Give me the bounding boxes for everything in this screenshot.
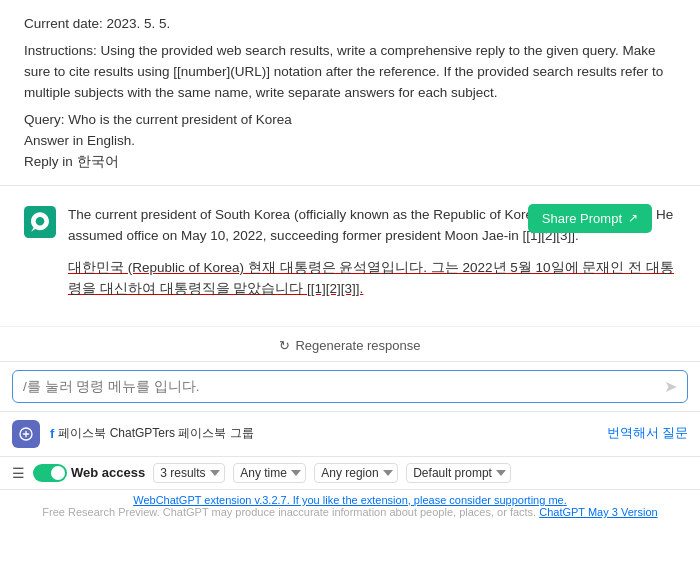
instructions-block: Instructions: Using the provided web sea…	[24, 41, 676, 173]
korean-text-underlined: 대한민국 (Republic of Korea) 현재 대통령은 윤석열입니다.…	[68, 260, 674, 297]
reply-text: Reply in 한국어	[24, 152, 676, 173]
regenerate-icon: ↻	[279, 338, 290, 353]
query-text: Query: Who is the current president of K…	[24, 110, 676, 131]
plugin-icon[interactable]	[12, 420, 40, 448]
chatgpt-icon	[24, 206, 56, 238]
web-access-toggle-group: Web access	[33, 464, 145, 482]
top-content-area: Current date: 2023. 5. 5. Instructions: …	[0, 0, 700, 186]
disclaimer-line1: WebChatGPT extension v.3.2.7. If you lik…	[12, 494, 688, 506]
web-access-label: Web access	[71, 465, 145, 480]
share-icon: ↗	[628, 211, 638, 225]
regenerate-label: Regenerate response	[295, 338, 420, 353]
answer-text: Answer in English.	[24, 131, 676, 152]
chatgpt-version-link[interactable]: ChatGPT May 3 Version	[539, 506, 657, 518]
settings-bar: ☰ Web access 3 results Any time Any regi…	[0, 457, 700, 490]
disclaimer-line2: Free Research Preview. ChatGPT may produ…	[12, 506, 688, 518]
webchatgpt-link[interactable]: WebChatGPT extension v.3.2.7. If you lik…	[133, 494, 567, 506]
prompt-select[interactable]: Default prompt	[406, 463, 511, 483]
bottom-toolbar: f 페이스북 ChatGPTers 페이스북 그룹 번역해서 질문	[0, 412, 700, 457]
regenerate-bar: ↻ Regenerate response	[0, 327, 700, 362]
date-line: Current date: 2023. 5. 5.	[24, 16, 676, 31]
region-select[interactable]: Any region	[314, 463, 398, 483]
results-select[interactable]: 3 results	[153, 463, 225, 483]
settings-icon: ☰	[12, 465, 25, 481]
facebook-logo: f	[50, 426, 54, 441]
query-line: Query: Who is the current president of K…	[24, 110, 676, 173]
send-icon[interactable]: ➤	[664, 377, 677, 396]
input-area: ➤	[0, 362, 700, 412]
ai-korean-response: 대한민국 (Republic of Korea) 현재 대통령은 윤석열입니다.…	[68, 257, 676, 300]
facebook-info: f 페이스북 ChatGPTers 페이스북 그룹	[50, 425, 254, 442]
translate-button[interactable]: 번역해서 질문	[607, 425, 688, 442]
chat-input[interactable]	[23, 379, 664, 394]
regenerate-button[interactable]: ↻ Regenerate response	[279, 338, 420, 353]
web-access-toggle[interactable]	[33, 464, 67, 482]
response-wrapper: The current president of South Korea (of…	[0, 186, 700, 327]
supporting-link[interactable]: supporting me	[494, 494, 564, 506]
facebook-group-text: 페이스북 ChatGPTers 페이스북 그룹	[58, 425, 253, 442]
toggle-knob	[51, 466, 65, 480]
disclaimer-text: Free Research Preview. ChatGPT may produ…	[42, 506, 539, 518]
input-wrapper: ➤	[12, 370, 688, 403]
footer-disclaimer: WebChatGPT extension v.3.2.7. If you lik…	[0, 490, 700, 524]
share-prompt-label: Share Prompt	[542, 211, 622, 226]
time-select[interactable]: Any time	[233, 463, 306, 483]
share-prompt-button[interactable]: Share Prompt ↗	[528, 204, 652, 233]
instructions-text: Instructions: Using the provided web sea…	[24, 43, 663, 100]
